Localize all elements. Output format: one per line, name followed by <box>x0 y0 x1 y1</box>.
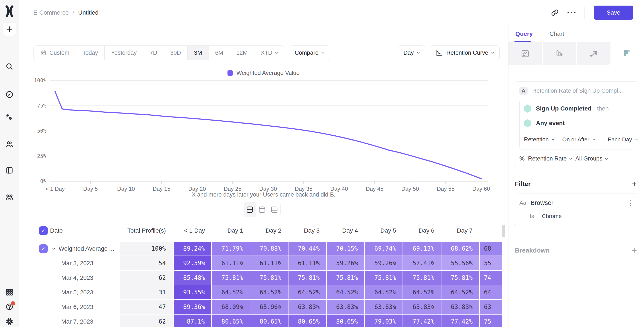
filter-value[interactable]: Chrome <box>542 213 562 220</box>
top-actions: Save <box>551 5 633 20</box>
granularity-button[interactable]: Day <box>398 45 425 60</box>
breadcrumb-page[interactable]: Untitled <box>78 9 98 16</box>
tab-query[interactable]: Query <box>515 30 533 42</box>
range-label: 30D <box>170 49 181 56</box>
range-xtd[interactable]: XTD <box>254 46 284 60</box>
view-toggle-split-view[interactable] <box>244 202 256 217</box>
add-breakdown-icon[interactable] <box>631 247 638 254</box>
compare-button[interactable]: Compare <box>289 45 330 60</box>
day-column-header-clipped <box>480 227 502 234</box>
retention-chart: Weighted Average Value 100%75%50%25%0%< … <box>19 59 508 210</box>
table-row: Mar 6, 20234789.36%68.09%65.96%63.83%63.… <box>19 300 508 314</box>
retention-cell: 80.65% <box>288 315 326 327</box>
breakdown-title: Breakdown <box>515 247 550 254</box>
sidebar-item-search[interactable] <box>2 60 16 73</box>
retention-cell: 70.44% <box>288 242 326 256</box>
expand-row-icon[interactable] <box>52 247 55 250</box>
row-checkbox[interactable]: ✓ <box>39 244 48 253</box>
x-axis-label: Day 30 <box>259 186 277 192</box>
range-label: Yesterday <box>111 49 136 56</box>
event-row-second[interactable]: Any event <box>524 119 630 127</box>
analysis-tab-retention-grid[interactable] <box>610 42 644 65</box>
chevron-down-icon <box>552 137 554 140</box>
x-axis-label: Day 5 <box>83 186 98 192</box>
range-label: 7D <box>150 49 157 56</box>
select-all-checkbox[interactable]: ✓ <box>39 226 48 235</box>
query-title[interactable]: Retention Rate of Sign Up Compl... <box>532 87 623 94</box>
range-30d[interactable]: 30D <box>164 46 188 60</box>
event-b-name: Any event <box>536 120 565 127</box>
x-axis-label: Day 20 <box>188 186 206 192</box>
filter-condition-row: Is Chrome <box>520 213 634 220</box>
retention-cell: 64.52% <box>288 285 326 299</box>
breadcrumb: E-Commerce / Untitled <box>33 9 98 16</box>
sidebar-item-notebook[interactable] <box>2 163 16 177</box>
sidebar-item-gear[interactable] <box>2 315 16 327</box>
add-filter-icon[interactable] <box>631 181 638 187</box>
more-options-icon[interactable] <box>568 12 576 13</box>
measure-dropdown[interactable]: Retention Rate <box>528 155 572 162</box>
on-or-after-dropdown[interactable]: On or After <box>558 134 600 145</box>
range-6m[interactable]: 6M <box>209 46 230 60</box>
sidebar-item-cursor-spark[interactable] <box>2 111 16 124</box>
chart-type-label: Retention Curve <box>446 49 488 56</box>
retention-cell: 80.65% <box>250 315 288 327</box>
retention-cell-clipped: 63 <box>480 300 502 314</box>
range-label: 6M <box>215 49 224 56</box>
analysis-tab-bar-chart[interactable] <box>542 42 577 65</box>
row-total: 100% <box>120 242 173 256</box>
sidebar-item-team[interactable] <box>2 191 16 204</box>
range-3m[interactable]: 3M <box>188 46 209 60</box>
split-view-icon <box>246 206 254 213</box>
tab-chart[interactable]: Chart <box>550 30 564 42</box>
range-12m[interactable]: 12M <box>230 46 254 60</box>
groups-dropdown[interactable]: All Groups <box>575 155 608 162</box>
tab-chart-label: Chart <box>550 30 564 37</box>
event-box: Sign Up Completed then Any event Retenti… <box>520 99 634 150</box>
table-only-icon <box>271 206 278 213</box>
gear-icon <box>5 317 14 326</box>
day-column-header: < 1 Day <box>174 227 211 234</box>
share-link-icon[interactable] <box>551 9 558 16</box>
divider <box>584 7 585 19</box>
sidebar-item-plus[interactable] <box>2 22 16 36</box>
chart-type-button[interactable]: Retention Curve <box>430 45 500 60</box>
event-a-name: Sign Up Completed <box>536 105 591 112</box>
retention-cell: 64.52% <box>442 285 479 299</box>
table-scrollbar[interactable] <box>502 225 505 237</box>
calendar-icon <box>40 49 46 56</box>
sidebar-item-users[interactable] <box>2 137 16 151</box>
analysis-tab-chart-insights[interactable] <box>508 42 542 65</box>
view-toggle-table-only[interactable] <box>268 202 280 217</box>
sidebar-item-compass[interactable] <box>2 87 16 101</box>
retention-cell: 59.26% <box>365 256 402 270</box>
each-day-dropdown[interactable]: Each Day <box>603 134 642 145</box>
save-button[interactable]: Save <box>594 5 633 20</box>
view-toggle-chart-only[interactable] <box>256 202 268 217</box>
retention-cell: 77.42% <box>403 315 441 327</box>
x-axis-label: Day 60 <box>472 186 490 192</box>
filter-operator[interactable]: Is <box>530 213 534 220</box>
sidebar-item-apps-grid[interactable] <box>2 285 16 299</box>
retention-type-dropdown[interactable]: Retention <box>524 136 554 143</box>
x-axis-label: Day 25 <box>224 186 241 192</box>
breadcrumb-section[interactable]: E-Commerce <box>33 9 69 16</box>
range-today[interactable]: Today <box>76 46 104 60</box>
filter-card[interactable]: Aa Browser ⋮ Is Chrome <box>514 194 639 226</box>
retention-cell: 64.52% <box>250 285 288 299</box>
range-7d[interactable]: 7D <box>143 46 164 60</box>
each-day-label: Each Day <box>608 136 632 143</box>
app-logo[interactable] <box>4 5 15 17</box>
event-row-first[interactable]: Sign Up Completed then <box>524 104 630 113</box>
on-or-after-label: On or After <box>562 136 590 143</box>
groups-label: All Groups <box>575 155 602 162</box>
sidebar-item-help[interactable] <box>2 300 16 314</box>
measure-label: Retention Rate <box>528 155 567 162</box>
day-column-header: Day 1 <box>212 227 250 234</box>
range-custom[interactable]: Custom <box>34 46 76 60</box>
analysis-tab-flow[interactable] <box>577 42 610 65</box>
day-column-header: Day 6 <box>403 227 441 234</box>
view-toggle <box>244 202 280 217</box>
range-yesterday[interactable]: Yesterday <box>104 46 143 60</box>
filter-kebab-icon[interactable]: ⋮ <box>627 201 634 205</box>
